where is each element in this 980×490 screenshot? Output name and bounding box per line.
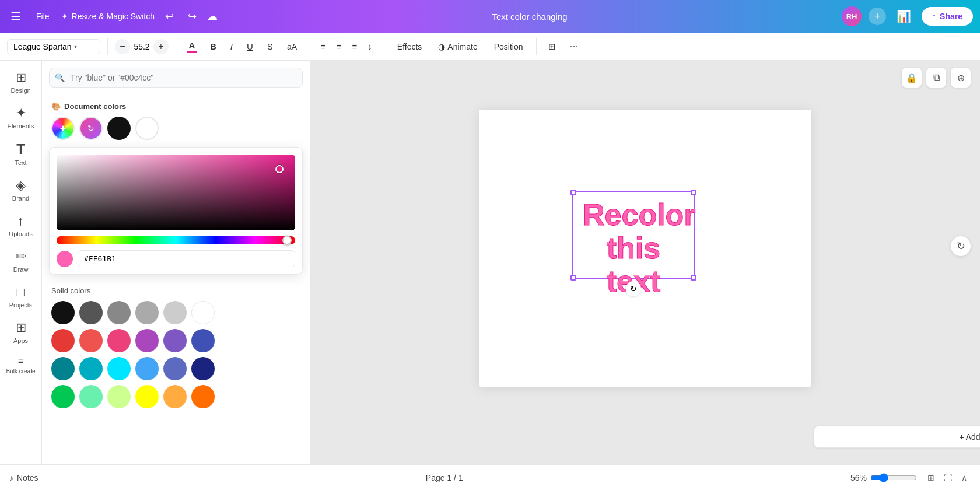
hue-handle[interactable] <box>282 236 292 245</box>
decrease-size-button[interactable]: − <box>115 39 130 54</box>
analytics-icon[interactable]: 📊 <box>893 6 915 27</box>
collapse-button[interactable]: ∧ <box>958 471 971 485</box>
notes-icon: ♪ <box>9 473 13 482</box>
effects-button[interactable]: Effects <box>391 39 428 54</box>
sidebar-item-bulk-create[interactable]: ≡ Bulk create <box>2 351 40 379</box>
increase-size-button[interactable]: + <box>153 39 169 54</box>
color-row-1 <box>51 301 300 324</box>
more-options-button[interactable]: ··· <box>565 37 583 55</box>
handle-bottom-right[interactable] <box>691 275 696 281</box>
swatch-pink[interactable] <box>107 329 131 352</box>
swatch-white[interactable] <box>191 301 215 324</box>
hex-row <box>57 250 295 267</box>
swatch-cyan[interactable] <box>107 357 131 380</box>
italic-button[interactable]: I <box>226 38 237 54</box>
swatch-light-gray[interactable] <box>135 301 159 324</box>
swatch-yellow[interactable] <box>135 385 159 408</box>
swatch-teal-dark[interactable] <box>51 357 75 380</box>
swatch-violet[interactable] <box>163 329 187 352</box>
sidebar-item-text[interactable]: T Text <box>2 136 40 171</box>
text-color-button[interactable]: A <box>183 39 201 54</box>
font-selector[interactable]: League Spartan ▾ <box>7 39 100 54</box>
share-button[interactable]: ↑ Share <box>922 7 973 26</box>
texture-button[interactable]: ⊞ <box>544 38 561 55</box>
sidebar-item-design[interactable]: ⊞ Design <box>2 65 40 99</box>
swatch-orange[interactable] <box>163 385 187 408</box>
sidebar-item-elements[interactable]: ✦ Elements <box>2 101 40 134</box>
align-left-button[interactable]: ≡ <box>316 38 331 54</box>
sidebar-item-uploads[interactable]: ↑ Uploads <box>2 209 40 242</box>
zoom-value[interactable]: 56% <box>850 473 867 482</box>
color-gradient-canvas[interactable] <box>57 155 295 230</box>
palette-icon: 🎨 <box>51 102 61 111</box>
swatch-coral[interactable] <box>79 329 103 352</box>
handle-top-right[interactable] <box>691 190 696 195</box>
swatch-dark-gray[interactable] <box>79 301 103 324</box>
grid-view-button[interactable]: ⊞ <box>924 471 938 485</box>
swatch-cyan-dark[interactable] <box>79 357 103 380</box>
swatch-purple[interactable] <box>135 329 159 352</box>
swatch-green[interactable] <box>51 385 75 408</box>
lock-button[interactable]: 🔒 <box>902 68 922 88</box>
underline-button[interactable]: U <box>242 38 258 54</box>
copy-button[interactable]: ⧉ <box>926 68 946 88</box>
swatch-navy[interactable] <box>191 357 215 380</box>
text-selection-box[interactable]: Recolor this text ↻ <box>572 191 695 279</box>
swatch-lime[interactable] <box>107 385 131 408</box>
redo-button[interactable]: ↪ <box>184 6 200 26</box>
swatch-black[interactable] <box>51 301 75 324</box>
cloud-save-icon[interactable]: ☁ <box>207 10 218 23</box>
animate-button[interactable]: ◑ Animate <box>432 39 483 54</box>
text-case-button[interactable]: aA <box>282 39 302 54</box>
sidebar-item-label: Text <box>15 159 26 166</box>
zoom-slider[interactable] <box>870 473 917 482</box>
canvas-frame[interactable]: Recolor this text ↻ <box>479 110 811 387</box>
rotate-handle[interactable]: ↻ <box>626 281 641 296</box>
color-picker-handle[interactable] <box>275 165 284 173</box>
color-swatch-gradient-pink[interactable]: ↻ <box>79 117 103 140</box>
animate-icon: ◑ <box>438 42 445 51</box>
resize-magic-switch[interactable]: ✦ Resize & Magic Switch <box>61 12 155 21</box>
avatar[interactable]: RH <box>842 6 862 26</box>
strikethrough-button[interactable]: S <box>262 38 278 54</box>
sidebar-item-apps[interactable]: ⊞ Apps <box>2 316 40 349</box>
add-page-button[interactable]: + Add page <box>814 426 980 448</box>
notes-button[interactable]: ♪ Notes <box>9 473 38 482</box>
rotate-canvas-button[interactable]: ↻ <box>951 236 971 256</box>
align-center-button[interactable]: ≡ <box>332 38 346 54</box>
undo-button[interactable]: ↩ <box>162 6 177 26</box>
sidebar-item-brand[interactable]: ◈ Brand <box>2 173 40 206</box>
hex-input[interactable] <box>78 250 295 267</box>
file-menu[interactable]: File <box>32 9 54 23</box>
align-right-button[interactable]: ≡ <box>348 38 362 54</box>
handle-top-left[interactable] <box>570 190 576 195</box>
swatch-blue-light[interactable] <box>135 357 159 380</box>
handle-bottom-left[interactable] <box>570 275 576 281</box>
font-size-value[interactable]: 55.2 <box>132 42 151 51</box>
swatch-red[interactable] <box>51 329 75 352</box>
add-color-button[interactable]: + <box>51 117 75 140</box>
position-button[interactable]: Position <box>488 39 529 54</box>
swatch-indigo[interactable] <box>191 329 215 352</box>
search-input[interactable] <box>49 68 303 88</box>
page-indicator: Page 1 / 1 <box>426 473 463 482</box>
hamburger-icon[interactable]: ☰ <box>7 6 24 27</box>
add-button[interactable]: ⊕ <box>951 68 971 88</box>
swatch-blue-medium[interactable] <box>163 357 187 380</box>
swatch-medium-gray[interactable] <box>107 301 131 324</box>
sidebar-item-projects[interactable]: □ Projects <box>2 280 40 313</box>
color-swatch-black[interactable] <box>107 117 131 140</box>
add-collaborator-button[interactable]: + <box>869 8 886 25</box>
swatch-lighter-gray[interactable] <box>163 301 187 324</box>
sidebar-item-draw[interactable]: ✏ Draw <box>2 244 40 278</box>
bold-button[interactable]: B <box>205 38 221 54</box>
color-swatch-white[interactable] <box>135 117 159 140</box>
fullscreen-button[interactable]: ⛶ <box>940 471 956 485</box>
swatch-light-green[interactable] <box>79 385 103 408</box>
document-title[interactable]: Text color changing <box>492 12 567 22</box>
swatch-deep-orange[interactable] <box>191 385 215 408</box>
elements-icon: ✦ <box>16 106 26 121</box>
hue-slider[interactable] <box>57 236 295 244</box>
color-row-4 <box>51 385 300 408</box>
line-spacing-button[interactable]: ↕ <box>363 38 377 54</box>
